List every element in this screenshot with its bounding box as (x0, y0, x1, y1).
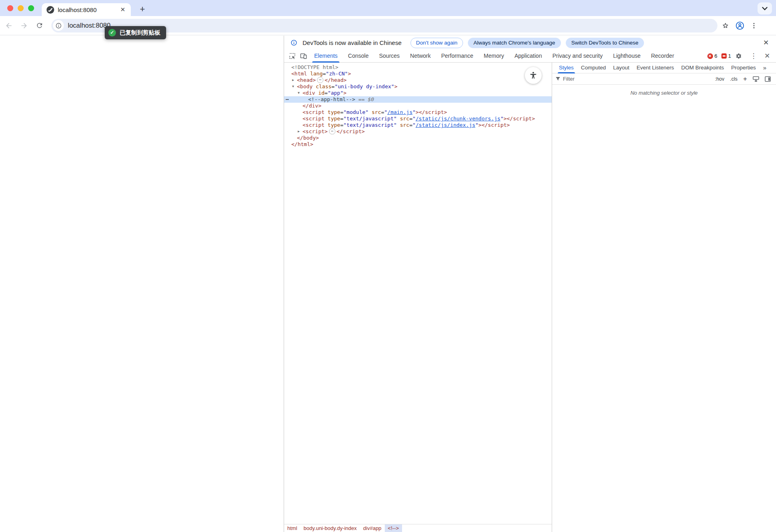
star-icon (721, 22, 729, 30)
code-token: </body> (297, 135, 319, 141)
sidebar-tab-styles[interactable]: Styles (555, 63, 577, 73)
sidebar-tab-event-listeners[interactable]: Event Listeners (633, 63, 678, 73)
infobar-close-icon[interactable]: ✕ (762, 39, 770, 47)
breadcrumb-item[interactable]: div#app (360, 524, 385, 532)
collapse-arrow-icon[interactable]: ▼ (292, 83, 294, 90)
rendering-emulation-button[interactable] (753, 76, 759, 82)
sidebar-tab-layout[interactable]: Layout (609, 63, 633, 73)
code-token: = (409, 122, 412, 128)
infobar-button[interactable]: Switch DevTools to Chinese (566, 38, 644, 48)
expand-arrow-icon[interactable]: ▶ (298, 128, 300, 135)
code-token: " (412, 122, 416, 128)
dom-tree-row[interactable]: ▶<head>⋯</head> (284, 77, 552, 83)
devtools-tab-bar: ElementsConsoleSourcesNetworkPerformance… (284, 50, 776, 63)
expand-inline-icon[interactable]: ⋯ (329, 128, 335, 134)
dom-tree-row[interactable]: <script type="module" src="/main.js"></s… (284, 109, 552, 116)
accessibility-inspect-button[interactable] (525, 67, 542, 84)
devtools-tab-application[interactable]: Application (509, 50, 547, 63)
devtools-tab-network[interactable]: Network (405, 50, 436, 63)
dom-tree-row[interactable]: ▼<div id="app"> (284, 90, 552, 96)
reload-button[interactable] (33, 19, 46, 32)
sidebar-tab-computed[interactable]: Computed (577, 63, 609, 73)
dom-tree-row[interactable]: </body> (284, 135, 552, 141)
code-token: </script> (337, 128, 365, 134)
infobar-button[interactable]: Always match Chrome's language (468, 38, 561, 48)
devtools-tab-memory[interactable]: Memory (479, 50, 510, 63)
code-token: <!DOCTYPE html> (291, 64, 338, 70)
code-token: <script (303, 109, 325, 115)
code-token[interactable]: /static/js/index.js (416, 122, 475, 128)
code-token: "module" (343, 109, 369, 115)
code-token: <html (291, 71, 307, 77)
tab-close-icon[interactable]: ✕ (119, 6, 127, 14)
devtools-tab-privacy-and-security[interactable]: Privacy and security (547, 50, 608, 63)
infobar-button[interactable]: Don't show again (410, 38, 463, 48)
dom-tree-row[interactable]: <script type="text/javascript" src="/sta… (284, 122, 552, 128)
code-token[interactable]: /static/js/chunk-vendors.js (416, 116, 500, 122)
site-info-button[interactable] (53, 20, 64, 31)
expand-arrow-icon[interactable]: ▶ (292, 77, 294, 83)
close-window-button[interactable] (7, 5, 13, 11)
check-icon: ✓ (108, 29, 116, 37)
avatar-icon (735, 21, 745, 30)
breadcrumb-item[interactable]: <!--> (385, 524, 402, 532)
zoom-window-button[interactable] (28, 5, 34, 11)
issues-badge[interactable]: 1 (721, 53, 731, 59)
code-token: "zh-CN" (326, 71, 348, 77)
styles-sidebar: StylesComputedLayoutEvent ListenersDOM B… (552, 63, 776, 532)
forward-button[interactable] (18, 19, 30, 32)
computed-sidebar-toggle-button[interactable] (765, 76, 771, 82)
dom-tree-row[interactable]: </div> (284, 103, 552, 109)
devtools-panel: DevTools is now available in Chinese Don… (284, 36, 776, 532)
minimize-window-button[interactable] (18, 5, 24, 11)
bookmark-star-button[interactable] (721, 22, 729, 30)
devtools-tab-elements[interactable]: Elements (309, 50, 343, 63)
toggle-class-button[interactable]: .cls (728, 76, 739, 82)
dom-tree: <!DOCTYPE html><html lang="zh-CN">▶<head… (284, 63, 552, 524)
devtools-tab-performance[interactable]: Performance (436, 50, 478, 63)
toggle-hover-state-button[interactable]: :hov (713, 76, 726, 82)
url-text: localhost:8080 (68, 22, 110, 29)
dom-tree-row[interactable]: ▶<script>⋯</script> (284, 128, 552, 135)
inspect-element-button[interactable] (286, 51, 298, 61)
devtools-menu-button[interactable]: ⋮ (749, 52, 758, 60)
devtools-tab-lighthouse[interactable]: Lighthouse (608, 50, 646, 63)
dom-tree-row[interactable]: </html> (284, 141, 552, 148)
sidebar-more-tabs-button[interactable]: » (760, 63, 770, 73)
dom-tree-row[interactable]: <!DOCTYPE html> (284, 64, 552, 71)
devtools-close-button[interactable]: ✕ (762, 52, 772, 60)
row-actions-icon[interactable]: ⋯ (286, 96, 289, 103)
breadcrumb-item[interactable]: body.uni-body.dy-index (301, 524, 360, 532)
devtools-settings-button[interactable] (735, 53, 745, 60)
dom-tree-row[interactable]: <script type="text/javascript" src="/sta… (284, 116, 552, 122)
collapse-arrow-icon[interactable]: ▼ (298, 90, 300, 96)
sidebar-tab-dom-breakpoints[interactable]: DOM Breakpoints (678, 63, 728, 73)
filter-funnel-icon (555, 76, 561, 81)
code-token: <script (303, 122, 325, 128)
code-token[interactable]: /main.js (387, 109, 412, 115)
new-style-rule-button[interactable]: + (741, 75, 749, 83)
sidebar-tab-properties[interactable]: Properties (727, 63, 760, 73)
profile-avatar-button[interactable] (735, 21, 745, 30)
dom-tree-row[interactable]: <html lang="zh-CN"> (284, 71, 552, 77)
toast-text: 已复制到剪贴板 (120, 29, 160, 37)
dom-tree-row[interactable]: ⋯<!--app-html--> == $0 (284, 96, 552, 103)
new-tab-button[interactable]: + (136, 4, 148, 16)
code-token: = (340, 122, 343, 128)
devtools-tab-recorder[interactable]: Recorder (646, 50, 679, 63)
styles-filter-input[interactable]: Filter (563, 76, 711, 82)
tab-search-button[interactable] (758, 2, 772, 14)
code-token: "app" (328, 90, 343, 96)
expand-inline-icon[interactable]: ⋯ (317, 77, 323, 83)
code-token: </head> (325, 77, 347, 83)
back-button[interactable] (2, 19, 15, 32)
browser-menu-button[interactable] (750, 22, 758, 29)
devtools-tab-sources[interactable]: Sources (374, 50, 405, 63)
dom-tree-row[interactable]: ▼<body class="uni-body dy-index"> (284, 83, 552, 90)
code-token: <script> (303, 128, 328, 134)
devtools-tab-console[interactable]: Console (343, 50, 374, 63)
browser-tab[interactable]: localhost:8080 ✕ (42, 3, 131, 16)
breadcrumb-item[interactable]: html (284, 524, 301, 532)
device-toolbar-button[interactable] (298, 51, 309, 61)
console-errors-badge[interactable]: ✕ 6 (707, 53, 717, 59)
